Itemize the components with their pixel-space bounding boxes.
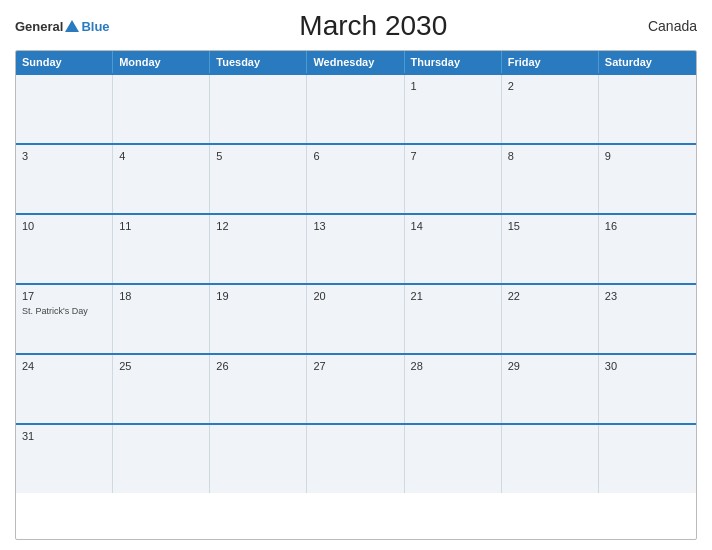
cal-cell-w1-d4: 7 [405, 145, 502, 213]
cal-cell-w2-d1: 11 [113, 215, 210, 283]
day-number: 14 [411, 220, 495, 232]
day-number: 22 [508, 290, 592, 302]
cal-cell-w1-d2: 5 [210, 145, 307, 213]
cal-cell-w4-d5: 29 [502, 355, 599, 423]
cal-cell-w4-d3: 27 [307, 355, 404, 423]
day-number: 17 [22, 290, 106, 302]
cal-cell-w0-d3 [307, 75, 404, 143]
day-number: 7 [411, 150, 495, 162]
cal-cell-w0-d2 [210, 75, 307, 143]
cal-cell-w4-d6: 30 [599, 355, 696, 423]
calendar-week-2: 3456789 [16, 143, 696, 213]
cal-cell-w2-d5: 15 [502, 215, 599, 283]
day-number: 16 [605, 220, 690, 232]
calendar-week-5: 24252627282930 [16, 353, 696, 423]
cal-cell-w0-d1 [113, 75, 210, 143]
cal-cell-w5-d6 [599, 425, 696, 493]
calendar-week-1: 12 [16, 73, 696, 143]
cal-cell-w3-d2: 19 [210, 285, 307, 353]
cal-cell-w1-d0: 3 [16, 145, 113, 213]
day-number: 15 [508, 220, 592, 232]
logo-triangle-icon [65, 20, 79, 32]
cal-cell-w1-d1: 4 [113, 145, 210, 213]
day-number: 23 [605, 290, 690, 302]
cal-cell-w0-d6 [599, 75, 696, 143]
logo-general-text: General [15, 19, 63, 34]
cal-cell-w4-d1: 25 [113, 355, 210, 423]
header-friday: Friday [502, 51, 599, 73]
day-number: 1 [411, 80, 495, 92]
header-saturday: Saturday [599, 51, 696, 73]
cal-cell-w3-d3: 20 [307, 285, 404, 353]
cal-cell-w3-d4: 21 [405, 285, 502, 353]
day-number: 29 [508, 360, 592, 372]
cal-cell-w5-d5 [502, 425, 599, 493]
day-number: 6 [313, 150, 397, 162]
day-number: 9 [605, 150, 690, 162]
day-number: 5 [216, 150, 300, 162]
day-number: 28 [411, 360, 495, 372]
day-number: 25 [119, 360, 203, 372]
cal-cell-w3-d1: 18 [113, 285, 210, 353]
header-tuesday: Tuesday [210, 51, 307, 73]
header-monday: Monday [113, 51, 210, 73]
calendar-page: General Blue March 2030 Canada Sunday Mo… [0, 0, 712, 550]
cal-cell-w1-d5: 8 [502, 145, 599, 213]
cal-cell-w5-d0: 31 [16, 425, 113, 493]
day-number: 13 [313, 220, 397, 232]
calendar-week-4: 17St. Patrick's Day181920212223 [16, 283, 696, 353]
day-number: 4 [119, 150, 203, 162]
day-number: 10 [22, 220, 106, 232]
cal-cell-w1-d3: 6 [307, 145, 404, 213]
day-number: 24 [22, 360, 106, 372]
day-number: 12 [216, 220, 300, 232]
cal-cell-w4-d2: 26 [210, 355, 307, 423]
day-number: 27 [313, 360, 397, 372]
page-header: General Blue March 2030 Canada [15, 10, 697, 42]
day-number: 11 [119, 220, 203, 232]
cal-cell-w5-d1 [113, 425, 210, 493]
cal-cell-w1-d6: 9 [599, 145, 696, 213]
calendar-title: March 2030 [110, 10, 637, 42]
calendar-header: Sunday Monday Tuesday Wednesday Thursday… [16, 51, 696, 73]
calendar-grid: Sunday Monday Tuesday Wednesday Thursday… [15, 50, 697, 540]
cal-cell-w2-d4: 14 [405, 215, 502, 283]
logo-blue-text: Blue [81, 19, 109, 34]
day-number: 2 [508, 80, 592, 92]
cal-cell-w2-d2: 12 [210, 215, 307, 283]
logo: General Blue [15, 19, 110, 34]
header-wednesday: Wednesday [307, 51, 404, 73]
cal-cell-w2-d3: 13 [307, 215, 404, 283]
cal-cell-w5-d4 [405, 425, 502, 493]
header-sunday: Sunday [16, 51, 113, 73]
cal-cell-w2-d0: 10 [16, 215, 113, 283]
cal-cell-w3-d5: 22 [502, 285, 599, 353]
day-number: 3 [22, 150, 106, 162]
cal-cell-w5-d2 [210, 425, 307, 493]
day-number: 18 [119, 290, 203, 302]
day-number: 19 [216, 290, 300, 302]
cal-cell-w3-d0: 17St. Patrick's Day [16, 285, 113, 353]
day-number: 8 [508, 150, 592, 162]
cal-cell-w0-d4: 1 [405, 75, 502, 143]
cal-cell-w2-d6: 16 [599, 215, 696, 283]
cal-cell-w0-d0 [16, 75, 113, 143]
cal-cell-w3-d6: 23 [599, 285, 696, 353]
cal-cell-w0-d5: 2 [502, 75, 599, 143]
day-number: 20 [313, 290, 397, 302]
calendar-body: 1234567891011121314151617St. Patrick's D… [16, 73, 696, 493]
cal-cell-w4-d4: 28 [405, 355, 502, 423]
cal-cell-w5-d3 [307, 425, 404, 493]
calendar-week-6: 31 [16, 423, 696, 493]
day-number: 21 [411, 290, 495, 302]
country-label: Canada [637, 18, 697, 34]
holiday-label: St. Patrick's Day [22, 306, 106, 316]
day-number: 30 [605, 360, 690, 372]
calendar-week-3: 10111213141516 [16, 213, 696, 283]
cal-cell-w4-d0: 24 [16, 355, 113, 423]
day-number: 31 [22, 430, 106, 442]
header-thursday: Thursday [405, 51, 502, 73]
day-number: 26 [216, 360, 300, 372]
